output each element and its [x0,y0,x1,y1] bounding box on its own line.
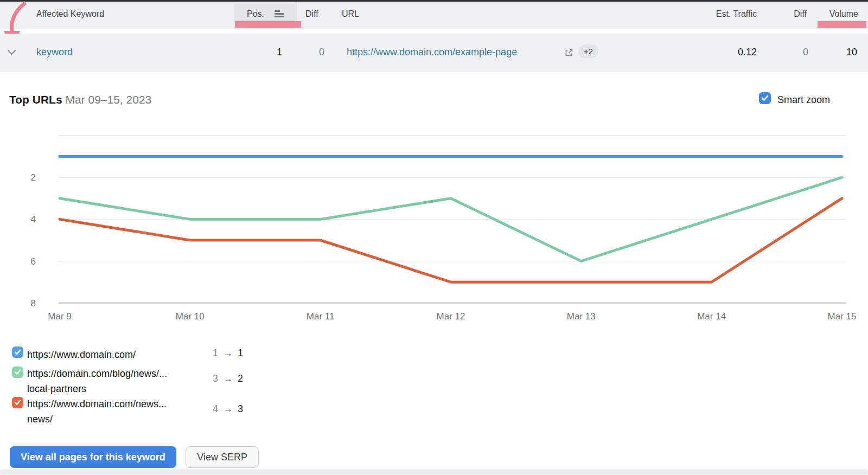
legend-url-2: https://domain.com/blog/news/... local-p… [27,366,167,396]
row-volume-value: 10 [846,47,857,58]
svg-text:Mar 9: Mar 9 [48,311,71,322]
section-title-bold: Top URLs [9,93,62,106]
svg-text:2: 2 [31,172,36,183]
smart-zoom-label[interactable]: Smart zoom [777,94,830,106]
keyword-link[interactable]: keyword [36,47,73,58]
svg-text:8: 8 [31,298,36,309]
col-affected-keyword[interactable]: Affected Keyword [36,9,104,19]
col-diff[interactable]: Diff [305,9,318,19]
legend-change-2: 3→2 [213,373,243,384]
card-bottom-shadow [0,471,868,475]
view-all-pages-button[interactable]: View all pages for this keyword [10,446,176,468]
col-est-traffic[interactable]: Est. Traffic [716,9,757,19]
chevron-down-icon[interactable] [7,49,16,56]
section-date-range: Mar 09–15, 2023 [65,93,151,106]
keyword-row: keyword 1 0 https://www.domain.com/examp… [0,34,868,72]
check-icon [14,349,21,355]
col-volume[interactable]: Volume [829,9,858,19]
legend-url-1: https://www.domain.com/ [27,347,136,362]
legend-url-3: https://www.domain.com/news... news/ [27,396,167,427]
check-icon [761,95,769,101]
row-pos-value: 1 [250,47,282,58]
more-urls-badge[interactable]: +2 [578,44,598,58]
legend-change-3: 4→3 [213,403,243,415]
check-icon [14,400,21,406]
position-tracking-chart: 2468Mar 9Mar 10Mar 11Mar 12Mar 13Mar 14M… [0,130,868,328]
svg-text:Mar 14: Mar 14 [697,311,726,322]
svg-text:4: 4 [31,214,36,224]
col-url[interactable]: URL [342,9,359,19]
svg-text:Mar 15: Mar 15 [828,311,857,322]
check-icon [14,369,21,375]
svg-text:Mar 12: Mar 12 [437,311,465,322]
row-diff-value: 0 [297,47,324,58]
sort-icon[interactable] [275,10,284,18]
row-diff2-value: 0 [803,47,808,58]
highlight-bar-pos [235,21,301,28]
right-arrow-icon: → [218,403,238,414]
right-arrow-icon: → [218,373,238,384]
row-est-traffic-value: 0.12 [738,47,757,58]
svg-text:Mar 10: Mar 10 [176,311,205,322]
svg-text:Mar 13: Mar 13 [567,311,596,322]
legend-checkbox-1[interactable] [12,346,23,358]
smart-zoom-checkbox[interactable] [759,92,771,104]
highlight-bar-volume [818,21,866,28]
section-title: Top URLs Mar 09–15, 2023 [9,93,151,106]
right-arrow-icon: → [218,348,238,358]
table-header: Affected Keyword Pos. Diff URL Est. Traf… [0,2,868,29]
view-serp-button[interactable]: View SERP [186,446,259,468]
col-diff-2[interactable]: Diff [794,9,807,19]
legend-checkbox-2[interactable] [12,367,23,378]
legend-change-1: 1→1 [213,348,243,359]
svg-text:6: 6 [31,256,36,267]
col-pos[interactable]: Pos. [247,9,264,19]
row-url-link[interactable]: https://www.domain.com/example-page [347,47,517,58]
svg-text:Mar 11: Mar 11 [307,311,335,322]
action-buttons: View all pages for this keyword View SER… [10,446,259,468]
legend-checkbox-3[interactable] [12,397,23,408]
external-link-icon[interactable] [564,48,574,57]
